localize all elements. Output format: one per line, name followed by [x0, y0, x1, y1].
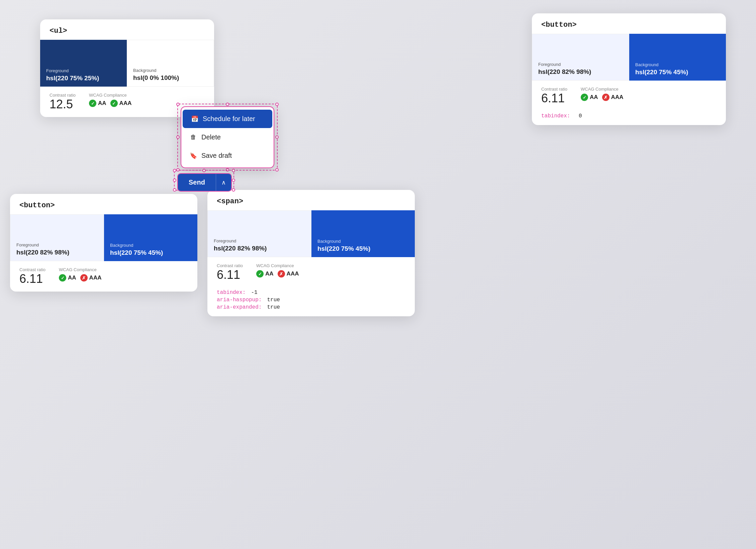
- span-aa-pass-icon: ✓: [256, 270, 264, 278]
- button-top-badge-aaa: ✗ AAA: [602, 94, 624, 101]
- ul-contrast-label: Contrast ratio: [50, 93, 76, 98]
- selection-dot-bm: [226, 168, 229, 172]
- span-aaa-label: AAA: [287, 270, 299, 277]
- send-sel-dot-ml: [173, 179, 176, 182]
- span-expanded-val: true: [267, 304, 280, 310]
- button-top-contrast-group: Contrast ratio 6.11: [541, 87, 567, 104]
- button-bottom-stats: Contrast ratio 6.11 WCAG Compliance ✓ AA…: [10, 261, 197, 292]
- span-attrs-row: tabindex: -1 aria-haspopup: true aria-ex…: [207, 288, 415, 316]
- ul-wcag-badges: ✓ AA ✓ AAA: [89, 100, 131, 107]
- ul-bg-swatch: Background hsl(0 0% 100%): [127, 40, 214, 87]
- span-stats: Contrast ratio 6.11 WCAG Compliance ✓ AA…: [207, 257, 415, 288]
- ul-card-title: <ul>: [40, 19, 214, 40]
- button-bottom-wcag-label: WCAG Compliance: [59, 267, 101, 272]
- ul-aaa-label: AAA: [119, 100, 132, 107]
- send-sel-dot-mr: [232, 179, 235, 182]
- send-chevron-button[interactable]: ∧: [216, 174, 231, 191]
- span-contrast-value: 6.11: [217, 269, 243, 281]
- chevron-up-icon: ∧: [221, 179, 226, 186]
- selection-dot-tr: [275, 103, 279, 106]
- button-bottom-wcag-badges: ✓ AA ✗ AAA: [59, 274, 101, 282]
- selection-dot-bl: [176, 168, 180, 172]
- button-bottom-fg-value: hsl(220 82% 98%): [16, 249, 98, 256]
- button-top-bg-label: Background: [635, 62, 720, 67]
- span-aaa-fail-icon: ✗: [278, 270, 285, 278]
- button-top-bg-value: hsl(220 75% 45%): [635, 69, 720, 76]
- button-top-tabindex-key: tabindex:: [541, 113, 570, 119]
- ul-aaa-pass-icon: ✓: [110, 100, 118, 107]
- selection-dot-br: [275, 168, 279, 172]
- span-expanded-key: aria-expanded:: [217, 304, 262, 310]
- button-bottom-aa-label: AA: [68, 274, 76, 281]
- send-button-group[interactable]: Send ∧: [177, 173, 232, 192]
- ul-contrast-value: 12.5: [50, 98, 76, 110]
- button-bottom-bg-value: hsl(220 75% 45%): [110, 249, 191, 256]
- dropdown-item-schedule[interactable]: 📅 Schedule for later: [183, 110, 272, 128]
- button-top-bg-swatch: Background hsl(220 75% 45%): [629, 34, 726, 81]
- button-bottom-badge-aaa: ✗ AAA: [80, 274, 102, 282]
- button-bottom-badge-aa: ✓ AA: [59, 274, 76, 282]
- span-haspopup-key: aria-haspopup:: [217, 297, 262, 303]
- send-sel-dot-bl: [173, 188, 176, 192]
- button-bottom-fg-label: Foreground: [16, 242, 98, 247]
- bookmark-icon: 🔖: [189, 152, 197, 159]
- dropdown-item-delete[interactable]: 🗑 Delete: [181, 128, 274, 146]
- span-wcag-badges: ✓ AA ✗ AAA: [256, 270, 299, 278]
- button-top-fg-label: Foreground: [538, 62, 623, 67]
- button-bottom-aa-pass-icon: ✓: [59, 274, 66, 282]
- ul-badge-aaa: ✓ AAA: [110, 100, 132, 107]
- button-bottom-swatches: Foreground hsl(220 82% 98%) Background h…: [10, 214, 197, 261]
- button-top-fg-value: hsl(220 82% 98%): [538, 68, 623, 76]
- ul-badge-aa: ✓ AA: [89, 100, 106, 107]
- span-wcag-group: WCAG Compliance ✓ AA ✗ AAA: [256, 263, 299, 278]
- dropdown-item-save-draft[interactable]: 🔖 Save draft: [181, 146, 274, 165]
- button-bottom-bg-label: Background: [110, 243, 191, 248]
- selection-dot-ml: [176, 135, 180, 139]
- span-tabindex-val: -1: [251, 290, 257, 296]
- button-bottom-wcag-group: WCAG Compliance ✓ AA ✗ AAA: [59, 267, 101, 282]
- dropdown-item-schedule-label: Schedule for later: [203, 115, 255, 123]
- send-sel-dot-tr: [232, 169, 235, 172]
- send-sel-dot-tl: [173, 169, 176, 172]
- button-top-fg-swatch: Foreground hsl(220 82% 98%): [532, 34, 629, 81]
- calendar-icon: 📅: [191, 115, 199, 123]
- button-bottom-aaa-fail-icon: ✗: [80, 274, 88, 282]
- send-button[interactable]: Send: [178, 174, 216, 191]
- button-bottom-title: <button>: [10, 194, 197, 214]
- button-bottom-contrast-group: Contrast ratio 6.11: [19, 267, 45, 285]
- span-badge-aaa: ✗ AAA: [278, 270, 299, 278]
- button-top-stats: Contrast ratio 6.11 WCAG Compliance ✓ AA…: [532, 81, 726, 111]
- ul-contrast-group: Contrast ratio 12.5: [50, 93, 76, 110]
- ul-wcag-label: WCAG Compliance: [89, 93, 131, 98]
- ul-card: <ul> Foreground hsl(220 75% 25%) Backgro…: [40, 19, 214, 117]
- button-bottom-contrast-label: Contrast ratio: [19, 267, 45, 272]
- ul-fg-value: hsl(220 75% 25%): [46, 75, 121, 82]
- ul-wcag-group: WCAG Compliance ✓ AA ✓ AAA: [89, 93, 131, 107]
- span-contrast-label: Contrast ratio: [217, 263, 243, 268]
- span-contrast-group: Contrast ratio 6.11: [217, 263, 243, 281]
- button-bottom-contrast-value: 6.11: [19, 273, 45, 285]
- span-tabindex-key: tabindex:: [217, 290, 246, 296]
- button-top-wcag-label: WCAG Compliance: [581, 87, 623, 92]
- button-top-aaa-label: AAA: [611, 94, 624, 101]
- button-top-card: <button> Foreground hsl(220 82% 98%) Bac…: [532, 13, 726, 125]
- dropdown-menu[interactable]: 📅 Schedule for later 🗑 Delete 🔖 Save dra…: [181, 106, 274, 168]
- ul-aa-pass-icon: ✓: [89, 100, 96, 107]
- span-fg-swatch: Foreground hsl(220 82% 98%): [207, 210, 311, 257]
- span-card: <span> Foreground hsl(220 82% 98%) Backg…: [207, 190, 415, 316]
- ul-bg-label: Background: [133, 68, 208, 73]
- button-top-title: <button>: [532, 13, 726, 34]
- span-card-title: <span>: [207, 190, 415, 210]
- dropdown-item-save-draft-label: Save draft: [201, 152, 232, 159]
- span-fg-value: hsl(220 82% 98%): [214, 245, 305, 252]
- button-bottom-fg-swatch: Foreground hsl(220 82% 98%): [10, 214, 104, 261]
- span-bg-label: Background: [317, 239, 409, 244]
- span-swatches: Foreground hsl(220 82% 98%) Background h…: [207, 210, 415, 257]
- send-sel-dot-tm: [202, 169, 206, 172]
- span-fg-label: Foreground: [214, 238, 305, 243]
- button-top-swatches: Foreground hsl(220 82% 98%) Background h…: [532, 34, 726, 81]
- span-haspopup-val: true: [267, 297, 280, 303]
- button-bottom-aaa-label: AAA: [89, 274, 102, 281]
- button-top-contrast-label: Contrast ratio: [541, 87, 567, 92]
- dropdown-item-delete-label: Delete: [201, 133, 221, 141]
